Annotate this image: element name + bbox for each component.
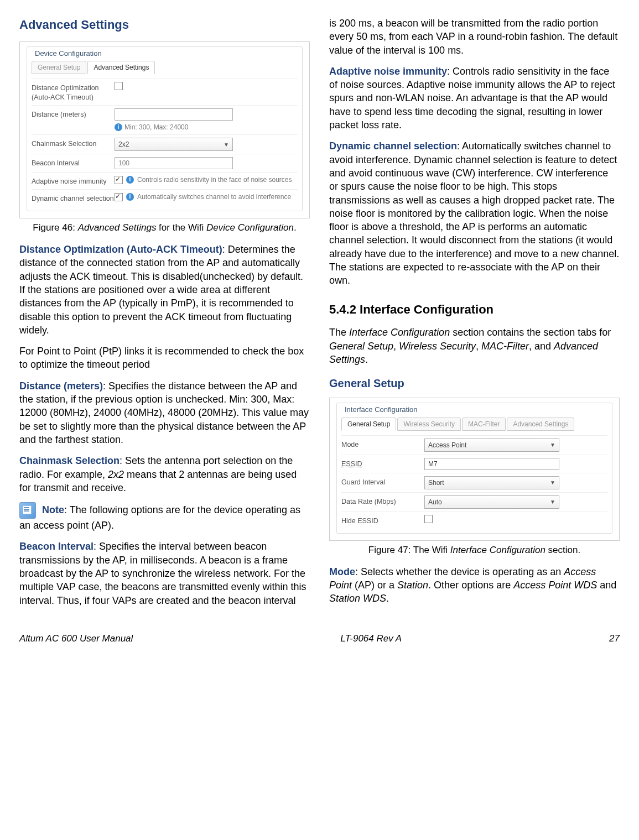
- label-guard: Guard Interval: [341, 476, 424, 487]
- row-essid: ESSID M7: [341, 455, 607, 473]
- term: Adaptive noise immunity: [329, 66, 447, 77]
- hint-dcs: Automatically switches channel to avoid …: [137, 192, 291, 201]
- para-chainmask: Chainmask Selection: Sets the antenna po…: [19, 454, 310, 494]
- chevron-down-icon: ▼: [224, 141, 229, 149]
- info-icon: i: [115, 123, 122, 131]
- heading-general-setup: General Setup: [329, 376, 620, 391]
- row-guard-interval: Guard Interval Short ▼: [341, 473, 607, 492]
- label-distance-meters: Distance (meters): [32, 108, 115, 119]
- left-column: Advanced Settings Device Configuration G…: [19, 17, 310, 613]
- interface-config-panel: Interface Configuration General Setup Wi…: [330, 398, 619, 540]
- select-data-rate[interactable]: Auto ▼: [424, 495, 559, 509]
- tab-advanced-settings[interactable]: Advanced Settings: [507, 418, 574, 431]
- text: Station: [397, 580, 428, 591]
- text: (AP) or a: [352, 580, 397, 591]
- label-dcs: Dynamic channel selection: [32, 192, 115, 204]
- para-mode: Mode: Selects whether the device is oper…: [329, 565, 620, 606]
- tab-wireless-security[interactable]: Wireless Security: [397, 418, 461, 431]
- para-beacon-interval: Beacon Interval: Specifies the interval …: [19, 540, 310, 607]
- figure-46-screenshot: Device Configuration General Setup Advan…: [19, 41, 310, 218]
- select-value: 2x2: [118, 140, 129, 149]
- term: Distance (meters): [19, 380, 103, 392]
- tab-general-setup[interactable]: General Setup: [32, 61, 86, 74]
- text: Figure 47: The Wifi: [368, 545, 450, 555]
- text: Interface Configuration: [450, 545, 546, 555]
- text: section contains the section tabs for: [450, 327, 611, 338]
- footer-mid: LT-9064 Rev A: [340, 633, 402, 645]
- text: .: [386, 593, 389, 604]
- select-mode[interactable]: Access Point ▼: [424, 439, 559, 452]
- select-value: Access Point: [428, 441, 466, 450]
- term: Distance Optimization (Auto-ACK Timeout): [19, 244, 222, 255]
- text: section.: [546, 545, 580, 555]
- text: . Other options are: [428, 580, 513, 591]
- term: Beacon Interval: [19, 541, 93, 552]
- label-ani: Adaptive noise immunity: [32, 175, 115, 186]
- label-hide-essid: Hide ESSID: [341, 515, 424, 526]
- tab-mac-filter[interactable]: MAC-Filter: [462, 418, 506, 431]
- text: General Setup: [329, 341, 393, 352]
- text: Station WDS: [329, 593, 386, 604]
- hint-distance: Min: 300, Max: 24000: [124, 123, 188, 132]
- row-mode: Mode Access Point ▼: [341, 435, 607, 455]
- select-guard[interactable]: Short ▼: [424, 476, 559, 489]
- term: Mode: [329, 566, 355, 577]
- tab-advanced-settings[interactable]: Advanced Settings: [87, 61, 155, 74]
- text: Interface Configuration: [349, 327, 450, 338]
- heading-542: 5.4.2 Interface Configuration: [329, 301, 620, 318]
- text: Access Point WDS: [513, 580, 597, 591]
- footer-left: Altum AC 600 User Manual: [19, 633, 133, 645]
- row-beacon-interval: Beacon Interval 100: [32, 154, 298, 172]
- checkbox-ani[interactable]: [115, 176, 123, 184]
- text: Distance Optimization: [32, 84, 99, 92]
- tab-bar: General Setup Wireless Security MAC-Filt…: [341, 418, 607, 431]
- checkbox-distance-opt[interactable]: [115, 82, 123, 90]
- text: ,: [476, 341, 481, 352]
- select-chainmask[interactable]: 2x2 ▼: [115, 138, 233, 151]
- heading-advanced-settings: Advanced Settings: [19, 17, 310, 33]
- row-chainmask: Chainmask Selection 2x2 ▼: [32, 134, 298, 154]
- term: Note: [42, 504, 64, 515]
- row-distance-meters: Distance (meters) i Min: 300, Max: 24000: [32, 105, 298, 134]
- row-ani: Adaptive noise immunity i Controls radio…: [32, 172, 298, 189]
- chevron-down-icon: ▼: [550, 498, 555, 506]
- label-essid: ESSID: [341, 458, 424, 469]
- page-footer: Altum AC 600 User Manual LT-9064 Rev A 2…: [19, 633, 620, 645]
- label-mode: Mode: [341, 439, 424, 450]
- tab-general-setup[interactable]: General Setup: [341, 418, 396, 431]
- row-data-rate: Data Rate (Mbps) Auto ▼: [341, 492, 607, 512]
- row-distance-optimization: Distance Optimization (Auto-ACK Timeout): [32, 79, 298, 105]
- para-ani: Adaptive noise immunity: Controls radio …: [329, 65, 620, 132]
- text: Figure 46:: [33, 222, 77, 233]
- info-icon: i: [126, 193, 134, 201]
- input-beacon[interactable]: 100: [115, 157, 233, 169]
- input-distance[interactable]: [115, 108, 233, 121]
- term: Dynamic channel selection: [329, 140, 457, 152]
- checkbox-hide-essid[interactable]: [424, 515, 433, 523]
- para-interface-config: The Interface Configuration section cont…: [329, 326, 620, 366]
- row-hide-essid: Hide ESSID: [341, 512, 607, 529]
- label-distance-optimization: Distance Optimization (Auto-ACK Timeout): [32, 82, 115, 102]
- figure-46-caption: Figure 46: Advanced Settings for the Wif…: [19, 222, 310, 234]
- label-data-rate: Data Rate (Mbps): [341, 495, 424, 507]
- figure-47-caption: Figure 47: The Wifi Interface Configurat…: [329, 544, 620, 557]
- chevron-down-icon: ▼: [550, 479, 555, 487]
- text: for the Wifi: [156, 222, 206, 233]
- input-essid[interactable]: M7: [424, 458, 559, 470]
- term: Chainmask Selection: [19, 455, 120, 466]
- text: Wireless Security: [399, 341, 476, 352]
- label-beacon: Beacon Interval: [32, 157, 115, 168]
- para-ptp: For Point to Point (PtP) links it is rec…: [19, 345, 310, 372]
- text: Advanced Settings: [78, 222, 157, 233]
- text: and: [597, 580, 616, 591]
- text: The: [329, 327, 349, 338]
- select-value: Short: [428, 478, 444, 487]
- para-distance-optimization: Distance Optimization (Auto-ACK Timeout)…: [19, 243, 310, 337]
- info-icon: i: [126, 176, 134, 184]
- right-column: is 200 ms, a beacon will be transmitted …: [329, 17, 620, 613]
- para-dcs: Dynamic channel selection: Automatically…: [329, 139, 620, 287]
- two-column-layout: Advanced Settings Device Configuration G…: [19, 17, 620, 613]
- tab-bar: General Setup Advanced Settings: [32, 61, 298, 74]
- note-icon: [19, 502, 36, 519]
- checkbox-dcs[interactable]: [115, 193, 123, 201]
